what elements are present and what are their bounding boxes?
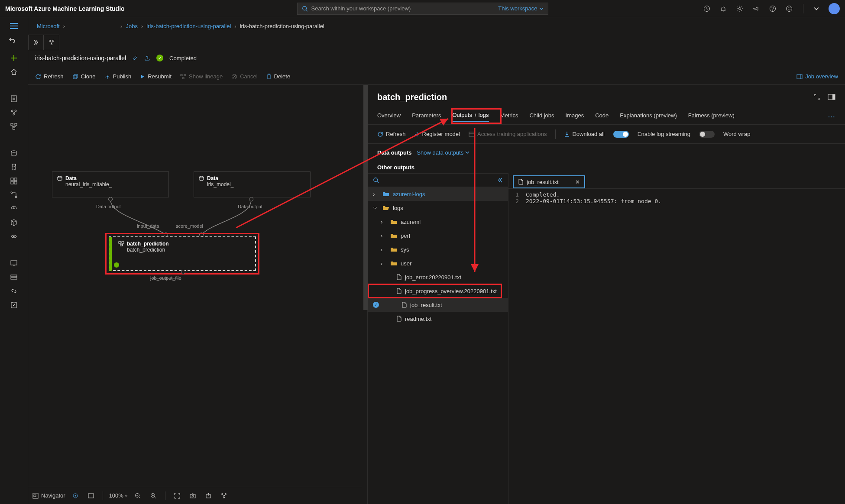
tab-code[interactable]: Code [595, 112, 609, 121]
enable-log-label: Enable log streaming [638, 131, 690, 137]
download-all-button[interactable]: Download all [564, 131, 604, 137]
tree-folder-azureml[interactable]: ›azureml [368, 215, 508, 229]
output-port[interactable] [108, 197, 113, 201]
chevron-down-icon[interactable] [814, 6, 819, 11]
megaphone-icon[interactable] [753, 5, 760, 12]
tab-metrics[interactable]: Metrics [500, 112, 518, 121]
navigator-button[interactable]: Navigator [32, 492, 65, 499]
clock-icon[interactable] [703, 5, 710, 12]
cancel-button[interactable]: Cancel [231, 73, 257, 80]
show-lineage-button[interactable]: Show lineage [180, 73, 223, 80]
refresh-button[interactable]: Refresh [377, 131, 406, 137]
svg-rect-9 [11, 96, 16, 102]
expand-icon[interactable] [814, 94, 820, 100]
tab-overview[interactable]: Overview [377, 112, 401, 121]
tree-folder-sys[interactable]: ›sys [368, 242, 508, 256]
zoom-level[interactable]: 100% [109, 492, 128, 499]
job-overview-link[interactable]: Job overview [796, 73, 838, 80]
svg-point-7 [788, 7, 789, 8]
tab-child-jobs[interactable]: Child jobs [529, 112, 554, 121]
share-icon[interactable] [144, 55, 150, 61]
tree-folder-perf[interactable]: ›perf [368, 229, 508, 242]
tree-folder-user[interactable]: ›user [368, 256, 508, 270]
compute-icon[interactable] [0, 256, 28, 270]
node-data-input[interactable]: Data neural_iris_mltable_ [52, 171, 169, 197]
gear-icon[interactable] [736, 5, 743, 12]
home-icon[interactable] [0, 65, 28, 79]
collapse-panel-icon[interactable] [497, 177, 503, 183]
node-subtitle: neural_iris_mltable_ [65, 181, 164, 187]
edit-icon[interactable] [132, 55, 138, 61]
undo-icon[interactable] [0, 33, 28, 47]
expand-panel-button[interactable] [28, 35, 44, 50]
fit-screen-icon[interactable] [85, 490, 97, 501]
tab-fairness[interactable]: Fairness (preview) [688, 112, 735, 121]
publish-button[interactable]: Publish [104, 73, 132, 80]
labeling-icon[interactable] [0, 298, 28, 312]
autolayout-icon[interactable] [218, 490, 230, 501]
smile-icon[interactable] [786, 5, 793, 12]
help-icon[interactable] [769, 5, 776, 12]
tab-images[interactable]: Images [566, 112, 584, 121]
crumb-root[interactable]: Microsoft [37, 23, 60, 29]
more-tabs-button[interactable]: ··· [828, 113, 835, 120]
delete-button[interactable]: Delete [266, 73, 291, 80]
crumb-jobs[interactable]: Jobs [126, 23, 137, 29]
zoom-in-icon[interactable] [148, 490, 159, 501]
svg-point-0 [302, 6, 306, 10]
refresh-button[interactable]: Refresh [35, 73, 64, 80]
screenshot-icon[interactable] [187, 490, 198, 501]
tree-folder-logs[interactable]: logs [368, 201, 508, 215]
tab-explanations[interactable]: Explanations (preview) [620, 112, 677, 121]
details-title: batch_prediction [377, 92, 447, 102]
show-data-outputs-link[interactable]: Show data outputs [417, 149, 469, 156]
word-wrap-toggle[interactable] [699, 131, 715, 138]
environments-icon[interactable] [0, 202, 28, 216]
target-icon[interactable] [70, 490, 81, 501]
tab-parameters[interactable]: Parameters [412, 112, 441, 121]
designer-icon[interactable] [0, 120, 28, 133]
models-icon[interactable] [0, 216, 28, 229]
pipeline-view-button[interactable] [44, 35, 59, 50]
tree-file-job-error[interactable]: job_error.20220901.txt [368, 270, 508, 284]
clone-button[interactable]: Clone [72, 73, 96, 80]
export-icon[interactable] [203, 490, 214, 501]
node-model-input[interactable]: Data iris_model_ [194, 171, 311, 197]
plus-icon[interactable] [0, 51, 28, 65]
close-icon[interactable]: ✕ [575, 179, 580, 185]
resubmit-button[interactable]: Resubmit [140, 73, 172, 80]
access-training-button[interactable]: Access training applications [469, 131, 547, 137]
search-scope[interactable]: This workspace [498, 5, 537, 12]
pipelines-icon[interactable] [0, 188, 28, 202]
search-icon[interactable] [373, 177, 379, 183]
svg-rect-44 [34, 495, 36, 497]
notebook-icon[interactable] [0, 92, 28, 106]
register-model-button[interactable]: Register model [414, 131, 460, 137]
datastores-icon[interactable] [0, 270, 28, 284]
zoom-out-icon[interactable] [132, 490, 143, 501]
dock-icon[interactable] [828, 94, 835, 100]
tree-file-job-result[interactable]: ✓job_result.txt [368, 298, 508, 312]
automated-ml-icon[interactable] [0, 106, 28, 120]
crumb-job-parent[interactable]: iris-batch-prediction-using-parallel [146, 23, 231, 29]
search-input[interactable]: Search within your workspace (preview) T… [297, 3, 548, 15]
avatar[interactable] [829, 3, 840, 14]
page-title: iris-batch-prediction-using-parallel [35, 55, 126, 61]
svg-point-51 [192, 495, 194, 497]
jobs-icon[interactable] [0, 160, 28, 174]
tree-file-readme[interactable]: readme.txt [368, 312, 508, 326]
output-port[interactable] [249, 197, 253, 201]
pipeline-canvas[interactable]: Data neural_iris_mltable_ Data output Da… [28, 85, 362, 487]
tree-folder-azureml-logs[interactable]: ›azureml-logs [368, 187, 508, 201]
fullscreen-icon[interactable] [172, 490, 183, 501]
output-port[interactable] [181, 270, 185, 274]
hamburger-icon[interactable] [0, 19, 28, 33]
linked-icon[interactable] [0, 284, 28, 298]
components-icon[interactable] [0, 174, 28, 188]
data-icon[interactable] [0, 146, 28, 160]
chevron-down-icon [539, 6, 544, 11]
endpoints-icon[interactable] [0, 229, 28, 243]
bell-icon[interactable] [720, 5, 727, 12]
enable-log-toggle[interactable] [613, 131, 629, 138]
file-tab[interactable]: job_result.txt ✕ [513, 175, 585, 188]
